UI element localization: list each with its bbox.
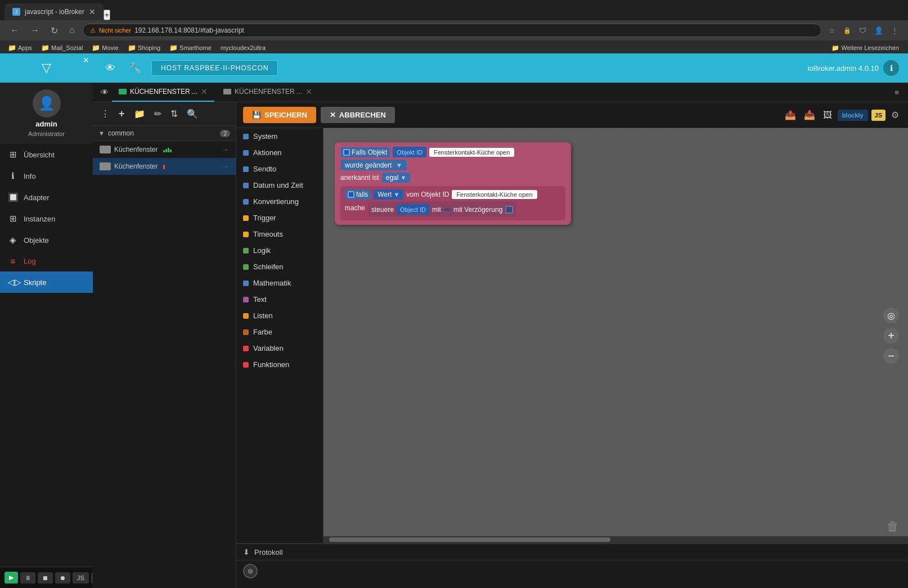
cat-schleifen[interactable]: Schleifen (236, 259, 323, 275)
tab-menu-button[interactable]: ≡ (890, 86, 903, 99)
js-btn[interactable]: JS (73, 572, 89, 584)
sidebar-item-info[interactable]: ℹ Info (0, 165, 93, 187)
cat-funktionen[interactable]: Funktionen (236, 356, 323, 373)
cat-listen[interactable]: Listen (236, 307, 323, 324)
bookmark-mail[interactable]: 📁 Mail_Sozial (38, 43, 86, 53)
extension-2-button[interactable]: 🛡 (856, 25, 869, 36)
save-button[interactable]: 💾 SPEICHERN (243, 107, 316, 123)
tab-close-1[interactable]: ✕ (201, 87, 208, 96)
eye-button[interactable]: 👁 (102, 59, 119, 78)
cat-label: Trigger (253, 214, 276, 222)
zoom-in-btn[interactable]: + (883, 328, 899, 343)
mit-value-block[interactable] (444, 209, 451, 211)
trash-icon[interactable]: 🗑 (887, 519, 899, 533)
cat-logik[interactable]: Logik (236, 242, 323, 259)
play-btn[interactable]: ▶ (5, 572, 18, 584)
block-checkbox[interactable] (343, 149, 350, 156)
new-tab-button[interactable]: + (104, 10, 110, 20)
tab-close-2[interactable]: ✕ (305, 87, 312, 96)
horizontal-scrollbar[interactable] (323, 536, 908, 543)
protocol-download-icon: ⬇ (243, 548, 250, 557)
fm-sort-btn[interactable]: ⇅ (167, 106, 181, 121)
block-row-3: anerkannt ist egal ▼ (340, 173, 565, 183)
cat-text[interactable]: Text (236, 291, 323, 307)
sidebar-item-objekte[interactable]: ◈ Objekte (0, 229, 93, 251)
cat-farbe[interactable]: Farbe (236, 324, 323, 340)
objekt-id-value[interactable]: Fensterkontakt-Küche open (429, 148, 514, 157)
protocol-circle-btn[interactable]: ⊚ (243, 564, 258, 578)
trigger-block[interactable]: Falls Objekt Objekt ID Fensterkontakt-Kü… (335, 142, 571, 225)
sidebar-item-instanzen[interactable]: ⊞ Instanzen (0, 208, 93, 229)
record-btn[interactable]: ⏺ (55, 572, 70, 584)
reload-button[interactable]: ↻ (47, 24, 61, 37)
delay-checkbox[interactable] (505, 206, 513, 214)
bookmark-star-button[interactable]: ☆ (826, 25, 838, 36)
fm-search-btn[interactable]: 🔍 (183, 106, 201, 121)
profile-button[interactable]: 👤 (871, 25, 886, 36)
bookmark-mycloudex[interactable]: mycloudex2ultra (217, 43, 269, 52)
home-button[interactable]: ⌂ (66, 24, 78, 37)
bookmark-label: Weitere Lesezeichen (841, 44, 899, 51)
objekt-id-value-2[interactable]: Fensterkontakt-Küche open (452, 190, 537, 199)
sidebar-item-uebersicht[interactable]: ⊞ Übersicht (0, 144, 93, 165)
tab-close-btn[interactable]: ✕ (89, 8, 96, 16)
zoom-out-btn[interactable]: − (883, 348, 899, 364)
settings-button[interactable]: ⚙ (889, 107, 901, 123)
sidebar-close-btn[interactable]: ✕ (83, 56, 89, 65)
script-tab-2[interactable]: KÜCHENFENSTER ... ✕ (217, 83, 319, 102)
main-content: 👁 🔧 HOST RASPBEE-II-PHOSCON ioBroker.adm… (93, 53, 908, 588)
sidebar-item-skripte[interactable]: ◁▷ Skripte (0, 272, 93, 293)
extension-1-button[interactable]: 🔒 (840, 25, 854, 36)
cat-konvertierung[interactable]: Konvertierung (236, 193, 323, 210)
fm-edit-btn[interactable]: ✏ (151, 106, 165, 121)
image-btn[interactable]: 🖼 (821, 108, 834, 123)
active-tab[interactable]: J javascript - ioBroker ✕ (5, 3, 104, 20)
egal-block[interactable]: egal ▼ (382, 173, 411, 183)
bookmark-shoping[interactable]: 📁 Shoping (124, 43, 164, 53)
cat-system[interactable]: System (236, 128, 323, 144)
tab-eye-btn[interactable]: 👁 (97, 85, 112, 99)
fm-menu-btn[interactable]: ⋮ (97, 106, 113, 121)
fm-add-btn[interactable]: + (115, 106, 128, 122)
sidebar-item-log[interactable]: ≡ Log (0, 251, 93, 272)
more-bookmarks-button[interactable]: 📁 Weitere Lesezeichen (827, 43, 903, 53)
pause-btn[interactable]: ⏸ (20, 572, 35, 584)
falls-checkbox[interactable] (348, 191, 354, 198)
wrench-button[interactable]: 🔧 (125, 58, 145, 78)
file-arrow-1[interactable]: → (221, 145, 229, 154)
back-button[interactable]: ← (7, 24, 23, 37)
sidebar-item-adapter[interactable]: 🔲 Adapter (0, 187, 93, 208)
bookmark-apps[interactable]: 📁 Apps (5, 43, 35, 53)
nav-label: Skripte (24, 278, 46, 287)
export-btn[interactable]: 📤 (783, 107, 798, 123)
forward-button[interactable]: → (27, 24, 43, 37)
import-btn[interactable]: 📥 (802, 107, 817, 123)
header-info-button[interactable]: ℹ (883, 60, 899, 76)
fm-folder-btn[interactable]: 📁 (131, 106, 149, 121)
cat-variablen[interactable]: Variablen (236, 340, 323, 356)
steuere-label: steuere (371, 206, 394, 214)
file-item-2[interactable]: Küchenfenster → (93, 158, 236, 175)
file-item-1[interactable]: Küchenfenster → (93, 141, 236, 158)
cat-mathematik[interactable]: Mathematik (236, 275, 323, 291)
cat-aktionen[interactable]: Aktionen (236, 144, 323, 161)
file-arrow-2[interactable]: → (221, 162, 229, 171)
zoom-reset-btn[interactable]: ◎ (883, 307, 899, 323)
blockly-workspace[interactable]: Falls Objekt Objekt ID Fensterkontakt-Kü… (323, 128, 908, 543)
fm-toolbar: ⋮ + 📁 ✏ ⇅ 🔍 (93, 102, 236, 126)
menu-button[interactable]: ⋮ (888, 25, 901, 36)
cancel-button[interactable]: ✕ ABBRECHEN (321, 107, 395, 123)
bookmark-label: Movie (102, 44, 118, 51)
wert-block[interactable]: Wert ▼ (374, 189, 403, 200)
cat-sendto[interactable]: Sendto (236, 161, 323, 177)
stop-btn[interactable]: ⏹ (38, 572, 53, 584)
cat-datum[interactable]: Datum und Zeit (236, 177, 323, 193)
trash-zone: 🗑 (887, 519, 899, 534)
cat-trigger[interactable]: Trigger (236, 210, 323, 226)
cat-label: Sendto (253, 165, 276, 173)
bookmark-movie[interactable]: 📁 Movie (88, 43, 122, 53)
bookmark-smarthome[interactable]: 📁 Smarthome (166, 43, 215, 53)
script-tab-1[interactable]: KÜCHENFENSTER ... ✕ (112, 83, 214, 102)
address-bar[interactable]: ⚠ Nicht sicher 192.168.178.14:8081/#tab-… (83, 24, 821, 37)
cat-timeouts[interactable]: Timeouts (236, 226, 323, 242)
